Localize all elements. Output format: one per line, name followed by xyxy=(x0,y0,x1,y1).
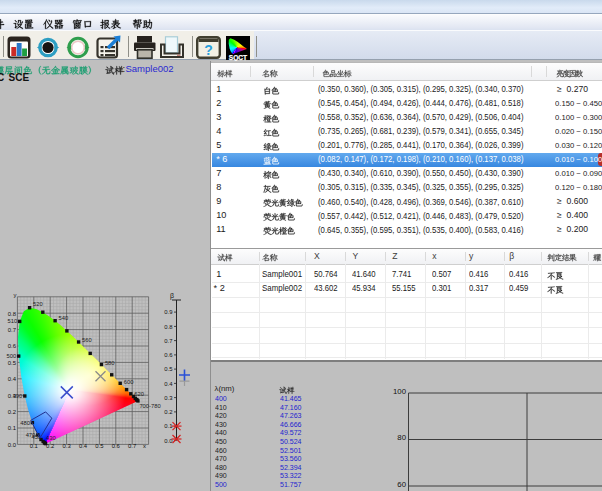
svg-text:0.9: 0.9 xyxy=(164,309,172,315)
svg-text:620: 620 xyxy=(134,391,144,397)
svg-text:0.2: 0.2 xyxy=(46,443,54,449)
svg-text:0.5: 0.5 xyxy=(8,360,17,366)
svg-text:600: 600 xyxy=(124,379,134,385)
svg-text:80: 80 xyxy=(397,433,406,442)
svg-text:0.4: 0.4 xyxy=(164,381,173,387)
svg-text:0.2: 0.2 xyxy=(8,409,16,415)
svg-text:0.4: 0.4 xyxy=(79,443,88,449)
svg-text:0.3: 0.3 xyxy=(62,443,71,449)
svg-text:0.1: 0.1 xyxy=(164,423,172,429)
svg-text:430: 430 xyxy=(46,435,56,441)
svg-text:100: 100 xyxy=(393,387,407,396)
svg-text:60: 60 xyxy=(397,480,406,489)
svg-text:580: 580 xyxy=(105,360,115,366)
svg-text:0.8: 0.8 xyxy=(164,324,173,330)
svg-text:0.0: 0.0 xyxy=(8,442,17,448)
svg-text:0.1: 0.1 xyxy=(8,425,16,431)
svg-text:0.2: 0.2 xyxy=(164,409,172,415)
svg-text:y: y xyxy=(14,292,17,298)
svg-text:540: 540 xyxy=(59,315,69,321)
svg-text:0.1: 0.1 xyxy=(30,443,38,449)
svg-text:0.5: 0.5 xyxy=(95,443,104,449)
svg-text:0.7: 0.7 xyxy=(164,338,172,344)
svg-text:520: 520 xyxy=(33,301,43,307)
svg-text:490: 490 xyxy=(13,393,23,399)
svg-text:700-780: 700-780 xyxy=(139,403,160,409)
svg-text:0.5: 0.5 xyxy=(164,366,173,372)
svg-text:560: 560 xyxy=(82,337,92,343)
svg-text:0.4: 0.4 xyxy=(8,376,17,382)
svg-text:0.7: 0.7 xyxy=(8,327,16,333)
svg-text:0.6: 0.6 xyxy=(164,352,173,358)
svg-text:0.7: 0.7 xyxy=(128,443,136,449)
svg-text:510: 510 xyxy=(8,318,18,324)
svg-text:0.6: 0.6 xyxy=(112,443,121,449)
svg-text:480: 480 xyxy=(20,420,30,426)
svg-text:β: β xyxy=(170,292,174,300)
svg-text:0.6: 0.6 xyxy=(8,343,17,349)
svg-text:x: x xyxy=(143,443,146,449)
svg-text:0.3: 0.3 xyxy=(164,395,173,401)
svg-text:0.8: 0.8 xyxy=(8,311,17,317)
svg-text:?: ? xyxy=(204,42,213,58)
svg-text:500: 500 xyxy=(7,353,17,359)
svg-text:SQCT: SQCT xyxy=(229,53,247,60)
